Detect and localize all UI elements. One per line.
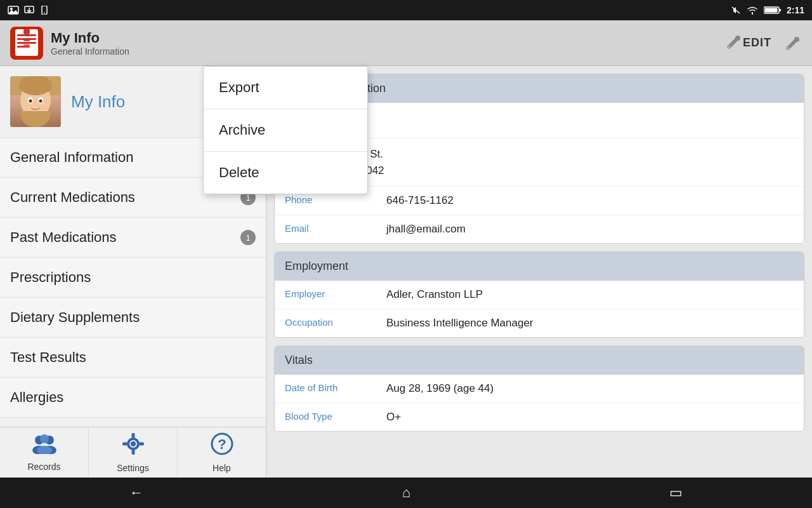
svg-rect-16 <box>23 29 30 34</box>
nav-label-past-meds: Past Medications <box>10 229 117 246</box>
toolbar-title-group: My Info General Information <box>51 30 720 57</box>
settings-label: Settings <box>117 463 149 473</box>
blood-type-value: O+ <box>386 411 794 424</box>
main-layout: My Info General Information Current Medi… <box>0 66 812 478</box>
svg-rect-12 <box>17 34 36 36</box>
tab-settings[interactable]: Settings <box>89 427 178 478</box>
svg-rect-9 <box>779 9 781 11</box>
svg-rect-33 <box>131 433 134 438</box>
battery-icon <box>764 6 782 15</box>
email-value: jhall@email.com <box>386 223 794 236</box>
dob-label: Date of Birth <box>285 382 386 395</box>
sidebar-item-prescriptions[interactable]: Prescriptions <box>0 258 266 298</box>
nav-label-allergies: Allergies <box>10 389 63 406</box>
context-menu-delete[interactable]: Delete <box>204 152 367 194</box>
app-title: My Info <box>51 30 720 46</box>
svg-rect-10 <box>764 8 777 13</box>
sidebar-item-test-results[interactable]: Test Results <box>0 338 266 378</box>
time-display: 2:11 <box>787 5 804 15</box>
nav-label-current-meds: Current Medications <box>10 189 135 206</box>
help-icon: ? <box>211 432 233 460</box>
tab-records[interactable]: Records <box>0 427 89 478</box>
svg-rect-36 <box>139 442 144 445</box>
employer-value: Adler, Cranston LLP <box>386 288 794 301</box>
mute-icon <box>731 6 741 15</box>
nav-label-prescriptions: Prescriptions <box>10 269 91 286</box>
svg-point-1 <box>10 8 13 10</box>
home-button[interactable]: ⌂ <box>390 479 423 506</box>
svg-point-18 <box>787 46 790 50</box>
employer-row: Employer Adler, Cranston LLP <box>275 281 804 309</box>
profile-name: My Info <box>71 92 125 112</box>
svg-point-29 <box>40 434 49 443</box>
svg-text:?: ? <box>218 436 226 452</box>
employment-card: Employment Employer Adler, Cranston LLP … <box>274 251 804 338</box>
nav-label-dietary: Dietary Supplements <box>10 309 140 326</box>
blood-type-label: Blood Type <box>285 411 386 424</box>
phone-icon <box>39 6 49 15</box>
status-icons-left <box>8 6 49 15</box>
sidebar-item-past-medications[interactable]: Past Medications 1 <box>0 218 266 258</box>
wifi-icon <box>746 6 759 15</box>
toolbar: My Info General Information EDIT <box>0 20 812 66</box>
wrench-icon-right[interactable] <box>784 34 802 52</box>
nav-bar: ← ⌂ ▭ <box>0 478 812 508</box>
sidebar: My Info General Information Current Medi… <box>0 66 266 478</box>
avatar-face <box>10 76 61 127</box>
phone-label: Phone <box>285 194 386 207</box>
svg-rect-13 <box>17 38 36 40</box>
wrench-icon-left <box>725 33 743 51</box>
context-menu: Export Archive Delete <box>203 66 368 194</box>
avatar <box>10 76 61 127</box>
employer-label: Employer <box>285 288 386 301</box>
context-menu-archive[interactable]: Archive <box>204 109 367 152</box>
phone-value: 646-715-1162 <box>386 194 794 207</box>
records-icon <box>32 434 57 459</box>
nav-label-general: General Information <box>10 149 133 166</box>
records-label: Records <box>27 462 60 472</box>
tab-bar: Records Settings <box>0 427 266 478</box>
svg-point-23 <box>29 100 32 103</box>
svg-point-32 <box>131 441 136 446</box>
email-label: Email <box>285 223 386 236</box>
back-button[interactable]: ← <box>117 479 156 506</box>
occupation-label: Occupation <box>285 317 386 330</box>
download-icon <box>24 6 34 15</box>
toolbar-wrench[interactable] <box>725 33 743 53</box>
vitals-card: Vitals Date of Birth Aug 28, 1969 (age 4… <box>274 345 804 432</box>
email-row: Email jhall@email.com <box>275 215 804 243</box>
app-icon <box>10 27 43 60</box>
employment-header: Employment <box>275 252 804 281</box>
svg-rect-14 <box>17 42 36 44</box>
nav-label-test-results: Test Results <box>10 349 86 366</box>
image-icon <box>8 6 19 15</box>
dob-row: Date of Birth Aug 28, 1969 (age 44) <box>275 375 804 403</box>
employment-title: Employment <box>285 260 348 272</box>
help-label: Help <box>213 463 231 473</box>
svg-point-17 <box>727 45 730 48</box>
svg-point-6 <box>44 13 45 14</box>
vitals-header: Vitals <box>275 346 804 375</box>
svg-marker-2 <box>8 10 18 14</box>
edit-button[interactable]: EDIT <box>743 36 771 50</box>
occupation-row: Occupation Business Intelligence Manager <box>275 309 804 337</box>
gear-icon <box>122 432 145 455</box>
occupation-value: Business Intelligence Manager <box>386 317 794 330</box>
question-icon: ? <box>211 432 233 455</box>
tab-help[interactable]: ? Help <box>178 427 266 478</box>
past-meds-badge: 1 <box>240 230 256 245</box>
records-people-icon <box>32 434 57 454</box>
context-menu-export[interactable]: Export <box>204 67 367 109</box>
status-icons-right: 2:11 <box>731 5 804 15</box>
status-bar: 2:11 <box>0 0 812 20</box>
recent-button[interactable]: ▭ <box>657 479 695 506</box>
vitals-title: Vitals <box>285 354 313 366</box>
app-subtitle: General Information <box>51 46 720 57</box>
blood-type-row: Blood Type O+ <box>275 403 804 431</box>
dob-value: Aug 28, 1969 (age 44) <box>386 382 794 395</box>
settings-icon <box>122 432 145 460</box>
sidebar-item-allergies[interactable]: Allergies <box>0 378 266 418</box>
svg-rect-15 <box>17 46 30 48</box>
sidebar-item-dietary-supplements[interactable]: Dietary Supplements <box>0 298 266 338</box>
toolbar-actions: EDIT <box>743 34 802 52</box>
